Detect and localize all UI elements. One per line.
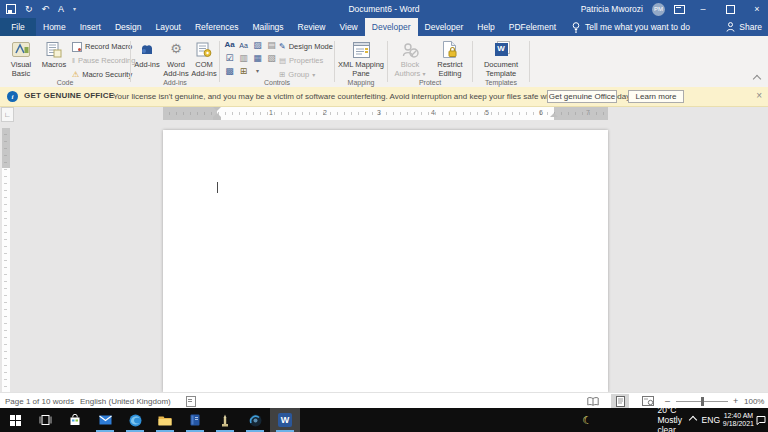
web-layout-button[interactable] <box>639 394 657 408</box>
design-mode-button[interactable]: ✎ Design Mode <box>279 40 333 53</box>
add-ins-button[interactable]: Add-ins <box>133 38 161 80</box>
language-indicator[interactable]: English (United Kingdom) <box>80 393 171 409</box>
page-indicator[interactable]: Page 1 of 1 <box>5 393 46 409</box>
tell-me-box[interactable]: Tell me what you want to do <box>572 18 690 36</box>
input-language-indicator[interactable]: ENG <box>702 408 720 432</box>
get-genuine-office-button[interactable]: Get genuine Office <box>547 90 617 103</box>
sphere-app-button[interactable] <box>240 408 270 432</box>
weather-widget[interactable]: 20°C Mostly clear <box>657 408 682 432</box>
vertical-ruler[interactable] <box>2 128 10 392</box>
user-name[interactable]: Patricia Mworozi <box>581 4 643 14</box>
tab-pdfelement[interactable]: PDFelement <box>502 18 563 36</box>
message-bar-close-icon[interactable]: × <box>756 90 762 101</box>
microsoft-store-button[interactable] <box>60 408 90 432</box>
sphere-app-icon <box>249 414 262 427</box>
tab-developer-active[interactable]: Developer <box>365 18 418 36</box>
com-add-ins-button[interactable]: COM Add-ins <box>190 38 218 80</box>
combo-box-control-icon[interactable]: ▥ <box>237 52 250 64</box>
proofing-status-icon[interactable] <box>186 393 196 409</box>
print-layout-button[interactable] <box>611 394 629 408</box>
properties-icon: ▤ <box>279 56 286 65</box>
tab-references[interactable]: References <box>188 18 245 36</box>
lightbulb-icon <box>572 22 580 33</box>
pause-recording-label: Pause Recording <box>78 56 136 65</box>
first-line-indent-marker[interactable] <box>213 107 221 111</box>
font-tool-icon[interactable]: A <box>58 5 64 14</box>
picture-control-icon[interactable]: ▨ <box>251 39 264 51</box>
pause-recording-icon: ‖ <box>72 57 75 64</box>
minimize-button[interactable]: – <box>694 0 712 18</box>
tab-design[interactable]: Design <box>108 18 148 36</box>
xml-mapping-pane-button[interactable]: XML Mapping Pane <box>338 38 384 80</box>
plain-text-control-icon[interactable]: Aa <box>237 39 250 51</box>
tab-help[interactable]: Help <box>470 18 501 36</box>
tab-file[interactable]: File <box>0 18 36 36</box>
check-box-control-icon[interactable]: ☑ <box>223 52 236 64</box>
clock[interactable]: 12:40 AM 9/18/2021 <box>723 408 754 432</box>
repeating-section-control-icon[interactable]: ▩ <box>223 65 236 77</box>
word-taskbar-button[interactable]: W <box>270 408 300 432</box>
zoom-in-button[interactable]: + <box>733 393 738 409</box>
tab-home[interactable]: Home <box>36 18 73 36</box>
tab-developer-2[interactable]: Developer <box>418 18 471 36</box>
avatar[interactable]: PM <box>652 3 665 16</box>
left-indent-marker[interactable] <box>213 117 221 120</box>
word-window: ↻ ↶ A ▾ Document6 - Word Patricia Mworoz… <box>0 0 768 432</box>
collapse-ribbon-icon[interactable] <box>753 75 761 83</box>
rich-text-control-icon[interactable]: Aa <box>223 39 236 51</box>
macro-security-label: Macro Security <box>82 70 132 79</box>
date-picker-control-icon[interactable]: ▧ <box>265 52 278 64</box>
xml-mapping-pane-icon <box>353 40 370 59</box>
group-label-protect: Protect <box>389 79 471 86</box>
document-page[interactable] <box>163 130 608 392</box>
zoom-slider-thumb[interactable] <box>701 397 704 406</box>
legacy-tools-dropdown-icon[interactable]: ▾ <box>251 65 264 77</box>
redo-icon[interactable]: ↻ <box>25 5 33 14</box>
horizontal-ruler[interactable]: 1 2 3 4 5 6 7 <box>163 107 608 120</box>
start-button[interactable] <box>0 408 30 432</box>
building-block-gallery-icon[interactable]: ▤ <box>265 39 278 51</box>
close-button[interactable]: × <box>748 0 766 18</box>
word-add-ins-label: Word Add-ins <box>162 61 190 78</box>
file-explorer-button[interactable] <box>150 408 180 432</box>
record-macro-button[interactable]: Record Macro <box>72 40 132 53</box>
tab-review[interactable]: Review <box>291 18 333 36</box>
right-indent-marker[interactable] <box>550 113 558 117</box>
word-count[interactable]: 0 words <box>46 393 74 409</box>
action-center-icon <box>756 415 766 425</box>
share-button[interactable]: Share <box>726 18 762 36</box>
restrict-editing-button[interactable]: Restrict Editing <box>431 38 469 80</box>
tab-mailings[interactable]: Mailings <box>245 18 290 36</box>
block-authors-dropdown-icon: ▾ <box>422 71 425 77</box>
block-authors-button: Block Authors ▾ <box>391 38 429 80</box>
action-center-button[interactable] <box>756 408 766 432</box>
customize-qat-icon[interactable]: ▾ <box>73 6 76 12</box>
weather-moon-icon[interactable]: ☾ <box>582 408 592 432</box>
macros-button[interactable]: Macros <box>39 38 69 80</box>
tab-selector[interactable]: ∟ <box>1 107 14 122</box>
share-label: Share <box>739 22 762 32</box>
hidden-icons-button[interactable] <box>690 408 696 432</box>
zoom-level[interactable]: 100% <box>744 393 764 409</box>
mail-button[interactable] <box>90 408 120 432</box>
tower-app-button[interactable] <box>210 408 240 432</box>
task-view-button[interactable] <box>30 408 60 432</box>
ribbon-display-options-icon[interactable] <box>674 5 685 14</box>
drop-down-list-control-icon[interactable]: ▦ <box>251 52 264 64</box>
edge-button[interactable] <box>120 408 150 432</box>
save-icon[interactable] <box>6 4 16 14</box>
undo-icon[interactable]: ↶ <box>42 5 50 14</box>
restore-button[interactable] <box>721 0 739 18</box>
tab-insert[interactable]: Insert <box>73 18 108 36</box>
message-bar-badge: GET GENUINE OFFICE <box>24 91 114 100</box>
tab-layout[interactable]: Layout <box>148 18 188 36</box>
word-add-ins-button[interactable]: ⚙ Word Add-ins <box>162 38 190 80</box>
read-mode-button[interactable] <box>584 394 602 408</box>
ribbon-group-code: Visual Basic Macros Record Macro ‖ Pause… <box>2 36 128 87</box>
visual-basic-button[interactable]: Visual Basic <box>4 38 38 80</box>
blue-book-app-button[interactable] <box>180 408 210 432</box>
legacy-tools-icon[interactable]: ⊞ <box>237 65 250 77</box>
tab-view[interactable]: View <box>332 18 364 36</box>
learn-more-button[interactable]: Learn more <box>628 90 684 103</box>
document-template-button[interactable]: W Document Template <box>476 38 526 80</box>
